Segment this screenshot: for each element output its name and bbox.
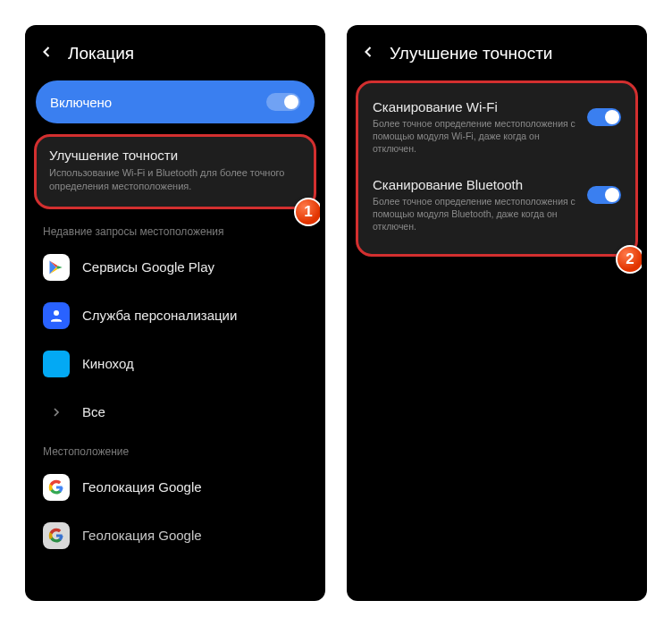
google-play-icon [43, 254, 70, 281]
header: Улучшение точности [352, 30, 642, 80]
list-item-all[interactable]: Все [30, 388, 320, 436]
list-label: Сервисы Google Play [82, 259, 214, 275]
section-recent-requests: Недавние запросы местоположения [30, 216, 320, 243]
accuracy-title: Улучшение точности [49, 148, 301, 163]
page-title: Локация [68, 44, 134, 63]
bt-switch[interactable] [587, 186, 621, 204]
header: Локация [30, 30, 320, 80]
step-badge-2: 2 [616, 245, 642, 274]
wifi-scan-title: Сканирование Wi-Fi [373, 99, 578, 114]
phone-screen-2: Улучшение точности Сканирование Wi-Fi Бо… [347, 25, 647, 601]
switch-icon[interactable] [266, 93, 300, 111]
bt-scan-title: Сканирование Bluetooth [373, 177, 578, 192]
kinohod-icon [43, 351, 70, 377]
step-badge-1: 1 [294, 198, 320, 226]
google-icon [43, 522, 70, 549]
page-title: Улучшение точности [390, 44, 552, 63]
list-item-google-location-1[interactable]: Геолокация Google [30, 463, 320, 512]
section-location: Местоположение [30, 436, 320, 463]
person-icon [43, 302, 70, 329]
wifi-switch[interactable] [587, 108, 621, 126]
list-label: Геолокация Google [82, 479, 202, 495]
bt-scan-desc: Более точное определение местоположения … [373, 195, 578, 233]
back-icon[interactable] [38, 43, 55, 64]
list-item-kinohod[interactable]: Киноход [30, 340, 320, 388]
phone-screen-1: Локация Включено Улучшение точности Испо… [25, 25, 325, 601]
scanning-options-card: Сканирование Wi-Fi Более точное определе… [356, 80, 638, 257]
chevron-right-icon [43, 399, 70, 426]
list-label: Киноход [82, 356, 134, 371]
list-item-personalization[interactable]: Служба персонализации [30, 292, 320, 340]
accuracy-desc: Использование Wi-Fi и Bluetooth для боле… [49, 166, 301, 194]
list-label: Служба персонализации [82, 308, 237, 323]
wifi-scan-desc: Более точное определение местоположения … [373, 117, 578, 156]
wifi-scanning-row[interactable]: Сканирование Wi-Fi Более точное определе… [369, 90, 625, 168]
location-enabled-toggle[interactable]: Включено [36, 80, 315, 123]
bluetooth-scanning-row[interactable]: Сканирование Bluetooth Более точное опре… [369, 168, 625, 246]
list-item-google-location-2[interactable]: Геолокация Google [30, 512, 320, 560]
svg-point-0 [54, 310, 59, 316]
enabled-label: Включено [50, 95, 112, 110]
google-icon [43, 474, 70, 501]
list-label: Все [82, 404, 105, 419]
list-label: Геолокация Google [82, 528, 202, 543]
list-item-google-play[interactable]: Сервисы Google Play [30, 243, 320, 292]
back-icon[interactable] [359, 43, 377, 64]
accuracy-improvement-card[interactable]: Улучшение точности Использование Wi-Fi и… [34, 134, 316, 209]
